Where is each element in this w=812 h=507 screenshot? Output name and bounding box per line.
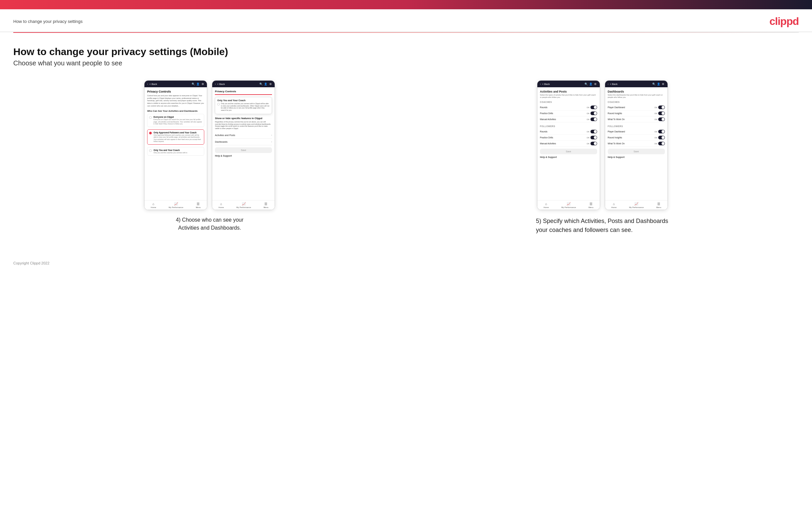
search-icon-2[interactable]: 🔍 bbox=[259, 82, 263, 86]
settings-icon[interactable]: ⚙ bbox=[201, 82, 204, 86]
menu-dashboards[interactable]: Dashboards › bbox=[215, 139, 272, 145]
people-icon-3[interactable]: 👤 bbox=[589, 82, 593, 86]
activities-posts-title: Activities and Posts bbox=[540, 90, 597, 93]
radio-you-coach[interactable]: Only You and Your Coach Only you and the… bbox=[147, 147, 204, 156]
toggle-switch-f-manual[interactable]: ON bbox=[587, 142, 597, 145]
footer-home-1[interactable]: ⌂ Home bbox=[151, 202, 156, 208]
phone-4-back[interactable]: ‹ < Back bbox=[608, 82, 618, 86]
phone-3-back[interactable]: ‹ < Back bbox=[540, 82, 550, 86]
phone-screen-4: ‹ < Back 🔍 👤 ⚙ Dashboards Select the das… bbox=[605, 80, 668, 210]
toggle-followers-player-dash[interactable]: Player Dashboard ON bbox=[608, 129, 665, 135]
toggle-switch-c-player[interactable]: ON bbox=[655, 106, 665, 109]
home-icon-3: ⌂ bbox=[545, 202, 547, 206]
toggle-label-c-work: What To Work On bbox=[608, 118, 625, 120]
toggle-switch-c-insights[interactable]: ON bbox=[655, 111, 665, 115]
toggle-followers-manual[interactable]: Manual Activities ON bbox=[540, 141, 597, 147]
toggle-followers-drills[interactable]: Practice Drills ON bbox=[540, 135, 597, 141]
save-btn-4[interactable]: Save bbox=[608, 149, 665, 154]
phone-screen-1: ‹ < Back 🔍 👤 ⚙ Privacy Controls Control … bbox=[144, 80, 207, 210]
phone-4-body: Dashboards Select the dashboards that yo… bbox=[605, 87, 667, 200]
toggle-coaches-manual[interactable]: Manual Activities ON bbox=[540, 116, 597, 122]
toggle-coaches-drills[interactable]: Practice Drills ON bbox=[540, 111, 597, 116]
toggle-switch-f-drills[interactable]: ON bbox=[587, 136, 597, 139]
footer-menu-1[interactable]: ☰ Menu bbox=[196, 202, 201, 208]
privacy-controls-title: Privacy Controls bbox=[147, 90, 204, 93]
footer-menu-2[interactable]: ☰ Menu bbox=[263, 202, 268, 208]
toggle-followers-rounds[interactable]: Rounds ON bbox=[540, 129, 597, 135]
toggle-coaches-round-insights[interactable]: Round Insights ON bbox=[608, 111, 665, 116]
footer-home-2[interactable]: ⌂ Home bbox=[218, 202, 224, 208]
toggle-thumb-c-insights bbox=[662, 112, 665, 115]
toggle-track-f-manual[interactable] bbox=[591, 142, 597, 145]
toggle-track-f-drills[interactable] bbox=[591, 136, 597, 139]
toggle-followers-what-work[interactable]: What To Work On ON bbox=[608, 141, 665, 147]
search-icon-3[interactable]: 🔍 bbox=[585, 82, 588, 86]
toggle-switch-f-player[interactable]: ON bbox=[655, 130, 665, 133]
footer-home-3[interactable]: ⌂ Home bbox=[544, 202, 549, 208]
toggle-switch-c-drills[interactable]: ON bbox=[587, 111, 597, 115]
toggle-coaches-rounds[interactable]: Rounds ON bbox=[540, 105, 597, 111]
toggle-track-c-rounds[interactable] bbox=[591, 106, 597, 109]
search-icon-4[interactable]: 🔍 bbox=[652, 82, 656, 86]
toggle-track-c-manual[interactable] bbox=[591, 117, 597, 121]
toggle-track-c-player[interactable] bbox=[658, 106, 665, 109]
followers-section-label-4: FOLLOWERS bbox=[608, 125, 665, 127]
radio-text-2: Only Approved Followers and Your Coach O… bbox=[153, 131, 202, 143]
menu-activities-posts[interactable]: Activities and Posts › bbox=[215, 132, 272, 139]
who-can-see-label: Who Can See Your Activities and Dashboar… bbox=[147, 110, 204, 112]
radio-approved[interactable]: Only Approved Followers and Your Coach O… bbox=[147, 129, 204, 145]
popup-radio-circle bbox=[217, 103, 220, 106]
toggle-track-c-insights[interactable] bbox=[658, 111, 665, 115]
tab-privacy[interactable]: Privacy Controls bbox=[215, 90, 236, 94]
screenshots-main: ‹ < Back 🔍 👤 ⚙ Privacy Controls Control … bbox=[13, 80, 799, 235]
footer-performance-4[interactable]: 📈 My Performance bbox=[629, 202, 644, 208]
toggle-switch-c-rounds[interactable]: ON bbox=[587, 106, 597, 109]
toggle-coaches-what-work[interactable]: What To Work On ON bbox=[608, 116, 665, 122]
toggle-switch-c-manual[interactable]: ON bbox=[587, 117, 597, 121]
footer-menu-4[interactable]: ☰ Menu bbox=[656, 202, 661, 208]
search-icon[interactable]: 🔍 bbox=[192, 82, 195, 86]
save-btn-3[interactable]: Save bbox=[540, 149, 597, 154]
coaches-section-label-4: COACHES bbox=[608, 101, 665, 103]
toggle-switch-f-insights[interactable]: ON bbox=[655, 136, 665, 139]
popup-box: Only You and Your Coach Only you and the… bbox=[215, 97, 272, 114]
back-label[interactable]: < Back bbox=[149, 82, 157, 86]
people-icon-2[interactable]: 👤 bbox=[264, 82, 267, 86]
save-btn-2[interactable]: Save bbox=[215, 147, 272, 153]
footer-menu-3[interactable]: ☰ Menu bbox=[589, 202, 594, 208]
toggle-track-f-work[interactable] bbox=[658, 142, 665, 145]
toggle-track-c-work[interactable] bbox=[658, 117, 665, 121]
toggle-followers-round-insights[interactable]: Round Insights ON bbox=[608, 135, 665, 141]
toggle-switch-f-rounds[interactable]: ON bbox=[587, 130, 597, 133]
footer-performance-1[interactable]: 📈 My Performance bbox=[169, 202, 183, 208]
back-label-2[interactable]: < Back bbox=[217, 82, 225, 86]
phone-3-header: ‹ < Back 🔍 👤 ⚙ bbox=[537, 80, 600, 87]
phone-1-back[interactable]: ‹ < Back bbox=[147, 82, 157, 86]
back-label-4[interactable]: < Back bbox=[610, 82, 617, 86]
chevron-activities: › bbox=[271, 134, 272, 137]
footer-performance-2[interactable]: 📈 My Performance bbox=[237, 202, 251, 208]
toggle-label-f-work: What To Work On bbox=[608, 143, 625, 145]
toggle-track-f-player[interactable] bbox=[658, 130, 665, 133]
toggle-thumb-c-rounds bbox=[594, 106, 597, 109]
phone-2-back[interactable]: ‹ < Back bbox=[215, 82, 225, 86]
toggle-coaches-player-dash[interactable]: Player Dashboard ON bbox=[608, 105, 665, 111]
footer-performance-3[interactable]: 📈 My Performance bbox=[561, 202, 576, 208]
settings-icon-2[interactable]: ⚙ bbox=[269, 82, 272, 86]
privacy-controls-desc: Control how you and your data appears to… bbox=[147, 95, 204, 107]
toggle-track-f-rounds[interactable] bbox=[591, 130, 597, 133]
radio-desc-2: Only approved followers and coaches you … bbox=[153, 134, 202, 143]
toggle-track-c-drills[interactable] bbox=[591, 111, 597, 115]
people-icon-4[interactable]: 👤 bbox=[657, 82, 660, 86]
settings-icon-4[interactable]: ⚙ bbox=[662, 82, 665, 86]
footer-home-4[interactable]: ⌂ Home bbox=[611, 202, 617, 208]
settings-icon-3[interactable]: ⚙ bbox=[594, 82, 597, 86]
people-icon[interactable]: 👤 bbox=[196, 82, 200, 86]
radio-text-1: Everyone on Clippd Everyone on Clippd ca… bbox=[153, 116, 202, 125]
back-label-3[interactable]: < Back bbox=[542, 82, 550, 86]
phone-3-footer: ⌂ Home 📈 My Performance ☰ Menu bbox=[537, 200, 600, 210]
toggle-switch-f-work[interactable]: ON bbox=[655, 142, 665, 145]
toggle-switch-c-work[interactable]: ON bbox=[655, 117, 665, 121]
radio-everyone[interactable]: Everyone on Clippd Everyone on Clippd ca… bbox=[147, 114, 204, 127]
toggle-track-f-insights[interactable] bbox=[658, 136, 665, 139]
